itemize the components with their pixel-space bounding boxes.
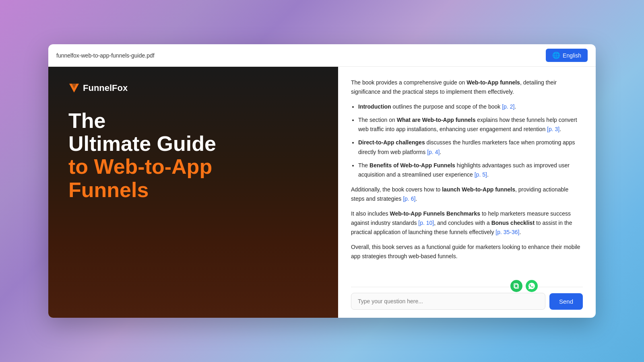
para2-prefix: Additionally, the book covers how to — [351, 186, 442, 193]
bullet4-page: [p. 5] — [475, 171, 487, 178]
copy-icon-button[interactable] — [510, 279, 523, 293]
funnelfox-logo-icon — [68, 83, 80, 93]
para3-page2: [p. 35-36] — [495, 229, 519, 235]
para2-suffix: . — [415, 195, 417, 202]
para4: Overall, this book serves as a functiona… — [351, 243, 583, 261]
bullet4-bold: Benefits of Web-to-App Funnels — [369, 162, 455, 169]
title-line3: to Web-to-App — [68, 155, 318, 178]
bullet2-bold: What are Web-to-App funnels — [397, 117, 476, 123]
content-area: FunnelFox The Ultimate Guide to Web-to-A… — [48, 67, 596, 318]
app-window: funnelfox-web-to-app-funnels-guide.pdf 🌐… — [48, 44, 596, 318]
para3-suffix: . — [519, 229, 521, 235]
copy-icon — [513, 283, 520, 289]
pdf-preview: FunnelFox The Ultimate Guide to Web-to-A… — [48, 67, 338, 318]
chat-area: Send — [351, 287, 583, 310]
para3-bold2: Bonus checklist — [491, 220, 535, 226]
summary-panel: The book provides a comprehensive guide … — [338, 67, 596, 318]
intro-text: The book provides a comprehensive guide … — [351, 79, 466, 86]
titlebar: funnelfox-web-to-app-funnels-guide.pdf 🌐… — [48, 44, 596, 67]
bullet3-suffix: . — [440, 149, 441, 155]
bullet3-bold: Direct-to-App challenges — [358, 139, 425, 146]
title-line1: The — [68, 109, 318, 132]
bullet2-prefix: The section on — [358, 117, 397, 123]
para3-mid: , and concludes with a — [434, 220, 491, 226]
whatsapp-icon — [528, 282, 535, 290]
bullet1-suffix: . — [514, 103, 516, 110]
bullet4-suffix: . — [487, 171, 489, 178]
list-item: The Benefits of Web-to-App Funnels highl… — [358, 161, 583, 179]
para3-prefix: It also includes — [351, 210, 390, 217]
list-item: Introduction outlines the purpose and sc… — [358, 102, 583, 111]
title-line2: Ultimate Guide — [68, 132, 318, 155]
bullet1-bold: Introduction — [358, 103, 391, 110]
bullet1-page: [p. 2] — [502, 103, 514, 110]
para3-bold: Web-to-App Funnels Benchmarks — [390, 210, 481, 217]
globe-icon: 🌐 — [552, 51, 560, 59]
intro-bold: Web-to-App funnels — [466, 79, 520, 86]
bullet2-page: [p. 3] — [547, 126, 559, 132]
floating-icons — [510, 279, 539, 293]
intro-paragraph: The book provides a comprehensive guide … — [351, 78, 583, 97]
para3: It also includes Web-to-App Funnels Benc… — [351, 209, 583, 237]
guide-title: The Ultimate Guide to Web-to-App Funnels — [68, 109, 318, 202]
title-line4: Funnels — [68, 179, 318, 202]
para3-page: [p. 10] — [418, 220, 434, 226]
bullet2-suffix: . — [559, 126, 561, 132]
chat-input[interactable] — [351, 293, 545, 310]
summary-content: The book provides a comprehensive guide … — [351, 78, 583, 287]
bullet3-page: [p. 4] — [427, 149, 440, 155]
bullet1-text: outlines the purpose and scope of the bo… — [391, 103, 502, 110]
list-item: The section on What are Web-to-App funne… — [358, 115, 583, 134]
para2-bold: launch Web-to-App funnels — [442, 186, 515, 193]
list-item: Direct-to-App challenges discusses the h… — [358, 138, 583, 156]
logo-text: FunnelFox — [83, 83, 128, 93]
bullet4-prefix: The — [358, 162, 369, 169]
language-label: English — [563, 52, 581, 59]
logo-area: FunnelFox — [68, 83, 318, 93]
para2: Additionally, the book covers how to lau… — [351, 185, 583, 204]
send-button[interactable]: Send — [549, 293, 583, 310]
whatsapp-icon-button[interactable] — [525, 279, 539, 293]
filename-label: funnelfox-web-to-app-funnels-guide.pdf — [56, 52, 155, 59]
language-button[interactable]: 🌐 English — [546, 49, 588, 62]
para2-page: [p. 6] — [403, 195, 415, 202]
bullet-list: Introduction outlines the purpose and sc… — [358, 102, 583, 179]
